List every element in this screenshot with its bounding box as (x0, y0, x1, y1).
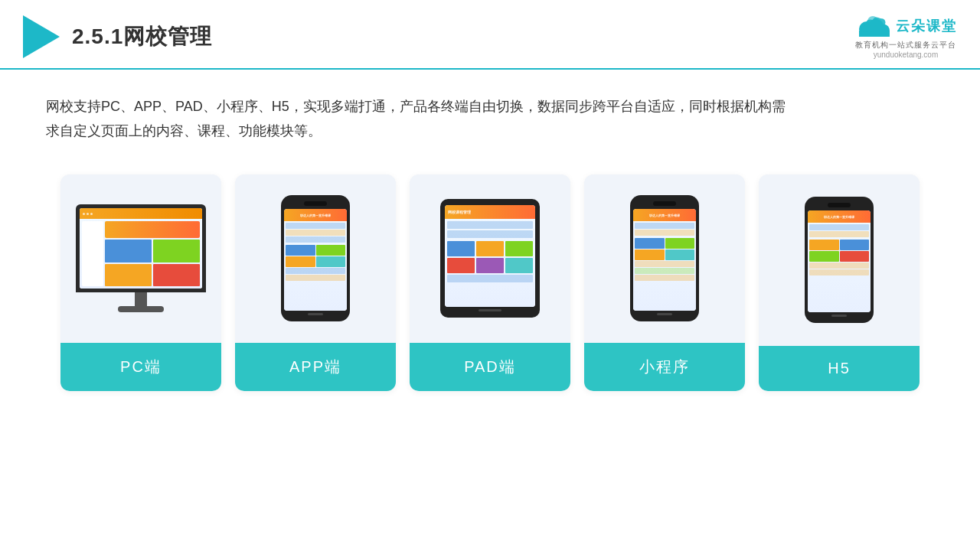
brand-name: 云朵课堂 (896, 17, 957, 35)
card-image-pad: 网校课程管理 (410, 174, 570, 343)
card-image-miniprogram: 职达人的第一堂升维课 (584, 174, 745, 343)
pad-tablet-icon: 网校课程管理 (440, 199, 540, 318)
description-text: 网校支持PC、APP、PAD、小程序、H5，实现多端打通，产品各终端自由切换，数… (0, 70, 842, 159)
h5-phone-icon: 职达人的第一堂升维课 (805, 197, 874, 323)
card-pc: PC端 (60, 174, 221, 391)
card-label-miniprogram: 小程序 (584, 343, 745, 391)
pc-monitor-icon (76, 204, 206, 312)
card-miniprogram: 职达人的第一堂升维课 (584, 174, 745, 391)
card-label-pc: PC端 (60, 343, 221, 391)
card-app: 职达人的第一堂升维课 (235, 174, 396, 391)
brand-logo: 云朵课堂 (854, 14, 957, 38)
header-left: 2.5.1网校管理 (23, 15, 212, 58)
page-title: 2.5.1网校管理 (72, 22, 212, 51)
cloud-icon (854, 14, 891, 38)
card-pad: 网校课程管理 (410, 174, 570, 391)
card-image-h5: 职达人的第一堂升维课 (759, 174, 920, 346)
app-phone-icon: 职达人的第一堂升维课 (281, 195, 350, 321)
card-label-h5: H5 (759, 346, 920, 391)
header-right: 云朵课堂 教育机构一站式服务云平台 yunduoketang.com (854, 14, 957, 59)
card-image-pc (60, 174, 221, 343)
card-label-app: APP端 (235, 343, 396, 391)
header: 2.5.1网校管理 云朵课堂 教育机构一站式服务云平台 yunduoketang… (0, 0, 980, 70)
cards-container: PC端 职达人的第一堂升维课 (0, 159, 980, 414)
card-h5: 职达人的第一堂升维课 (759, 174, 920, 391)
miniprogram-phone-icon: 职达人的第一堂升维课 (630, 195, 699, 321)
card-image-app: 职达人的第一堂升维课 (235, 174, 396, 343)
card-label-pad: PAD端 (410, 343, 570, 391)
logo-triangle-icon (23, 15, 60, 58)
brand-url: yunduoketang.com (874, 51, 939, 59)
brand-tagline: 教育机构一站式服务云平台 (855, 40, 956, 51)
